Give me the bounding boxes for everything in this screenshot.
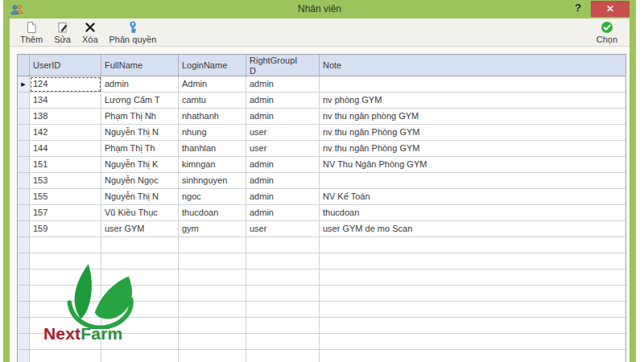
cell[interactable]: Vũ Kiều Thục xyxy=(101,205,179,221)
cell[interactable]: thucdoan xyxy=(179,205,246,221)
row-selector[interactable] xyxy=(18,318,30,334)
column-header-fullname[interactable]: FullName xyxy=(101,55,179,76)
cell[interactable] xyxy=(179,286,246,302)
cell[interactable]: admin xyxy=(101,76,179,93)
cell[interactable]: Admin xyxy=(179,76,246,93)
cell[interactable] xyxy=(320,173,625,189)
cell[interactable] xyxy=(30,269,101,286)
cell[interactable]: Nguyễn Thị N xyxy=(101,189,179,205)
cell[interactable] xyxy=(246,269,320,286)
row-selector[interactable] xyxy=(18,237,30,253)
cell[interactable]: Lương Cẩm T xyxy=(101,93,179,109)
cell[interactable]: admin xyxy=(246,109,320,125)
cell[interactable] xyxy=(101,318,179,334)
cell[interactable] xyxy=(30,334,101,350)
permissions-button[interactable]: Phân quyền xyxy=(104,20,163,44)
titlebar[interactable]: Nhân viên ? ✕ xyxy=(3,0,636,19)
cell[interactable]: admin xyxy=(246,173,320,189)
cell[interactable]: user xyxy=(246,125,320,141)
cell[interactable] xyxy=(179,269,246,286)
table-row[interactable]: 159user GYMgymuseruser GYM de mo Scan xyxy=(18,221,625,237)
cell[interactable]: Nguyễn Thị K xyxy=(101,157,179,173)
cell[interactable]: kimngan xyxy=(179,157,246,173)
table-row[interactable]: 142Nguyễn Thị Nnhungusernv thu ngân Phòn… xyxy=(18,125,625,141)
cell[interactable]: thanhlan xyxy=(179,141,246,157)
cell[interactable] xyxy=(30,286,101,302)
cell[interactable]: 142 xyxy=(30,125,101,141)
cell[interactable]: admin xyxy=(246,205,320,221)
column-header-userid[interactable]: UserID xyxy=(30,55,101,76)
cell[interactable]: Phạm Thị Th xyxy=(101,141,179,157)
cell[interactable] xyxy=(30,237,101,253)
cell[interactable]: nv thu ngân phòng GYM xyxy=(320,109,625,125)
cell[interactable]: NV Kế Toán xyxy=(320,189,625,205)
cell[interactable]: admin xyxy=(246,93,320,109)
cell[interactable]: 157 xyxy=(30,205,101,221)
cell[interactable]: 134 xyxy=(30,93,101,109)
cell[interactable]: admin xyxy=(246,76,320,93)
table-row[interactable]: 155Nguyễn Thị NngocadminNV Kế Toán xyxy=(18,189,625,205)
cell[interactable]: ngoc xyxy=(179,189,246,205)
empty-table-row[interactable] xyxy=(18,302,625,318)
cell[interactable]: nhung xyxy=(179,125,246,141)
table-row[interactable]: 153Nguyễn Ngọcsinhnguyenadmin xyxy=(18,173,625,189)
help-button[interactable]: ? xyxy=(572,2,584,14)
row-selector[interactable] xyxy=(18,141,30,157)
row-selector[interactable] xyxy=(18,125,30,141)
cell[interactable] xyxy=(179,334,246,350)
row-selector[interactable] xyxy=(18,93,30,109)
select-button[interactable]: Chọn xyxy=(591,20,623,44)
row-selector[interactable] xyxy=(18,157,30,173)
cell[interactable]: Phạm Thị Nh xyxy=(101,109,179,125)
cell[interactable]: admin xyxy=(246,189,320,205)
empty-table-row[interactable] xyxy=(18,237,625,253)
empty-table-row[interactable] xyxy=(18,286,625,302)
table-row[interactable]: 144Phạm Thị Ththanhlanusernv thu ngân Ph… xyxy=(18,141,625,157)
table-row[interactable]: 151Nguyễn Thị KkimnganadminNV Thu Ngân P… xyxy=(18,157,625,173)
edit-button[interactable]: Sửa xyxy=(48,20,76,44)
cell[interactable] xyxy=(320,253,625,269)
cell[interactable]: user GYM xyxy=(101,221,179,237)
row-selector[interactable]: ▶ xyxy=(18,76,30,93)
cell[interactable]: 144 xyxy=(30,141,101,157)
row-selector[interactable] xyxy=(18,253,30,269)
cell[interactable]: sinhnguyen xyxy=(179,173,246,189)
cell[interactable] xyxy=(320,237,625,253)
cell[interactable]: user GYM de mo Scan xyxy=(320,221,625,237)
cell[interactable] xyxy=(320,302,625,318)
empty-table-row[interactable] xyxy=(18,253,625,269)
row-selector[interactable] xyxy=(18,269,30,286)
cell[interactable] xyxy=(320,76,625,93)
cell[interactable]: 155 xyxy=(30,189,101,205)
cell[interactable] xyxy=(101,286,179,302)
row-selector[interactable] xyxy=(18,286,30,302)
cell[interactable]: 159 xyxy=(30,221,101,237)
table-row[interactable]: 138Phạm Thị Nhnhathanhadminnv thu ngân p… xyxy=(18,109,625,125)
cell[interactable] xyxy=(246,286,320,302)
cell[interactable] xyxy=(101,237,179,253)
cell[interactable] xyxy=(246,253,320,269)
cell[interactable]: NV Thu Ngân Phòng GYM xyxy=(320,157,625,173)
cell[interactable]: camtu xyxy=(179,93,246,109)
row-selector[interactable] xyxy=(18,334,30,350)
cell[interactable] xyxy=(30,318,101,334)
cell[interactable]: nhathanh xyxy=(179,109,246,125)
column-header-rightgroupid[interactable]: RightGroupID xyxy=(246,55,320,76)
column-header-note[interactable]: Note xyxy=(320,55,625,76)
cell[interactable] xyxy=(30,302,101,318)
table-row[interactable]: ▶124adminAdminadmin xyxy=(18,76,625,93)
cell[interactable] xyxy=(246,350,320,362)
cell[interactable] xyxy=(179,237,246,253)
table-row[interactable]: 157Vũ Kiều Thụcthucdoanadminthucdoan xyxy=(18,205,625,221)
cell[interactable] xyxy=(246,237,320,253)
cell[interactable]: 124 xyxy=(30,76,101,93)
cell[interactable] xyxy=(101,350,179,362)
cell[interactable] xyxy=(246,302,320,318)
row-selector[interactable] xyxy=(18,302,30,318)
cell[interactable]: user xyxy=(246,221,320,237)
cell[interactable] xyxy=(179,350,246,362)
cell[interactable]: 138 xyxy=(30,109,101,125)
cell[interactable] xyxy=(30,350,101,362)
cell[interactable] xyxy=(179,302,246,318)
row-selector[interactable] xyxy=(18,189,30,205)
